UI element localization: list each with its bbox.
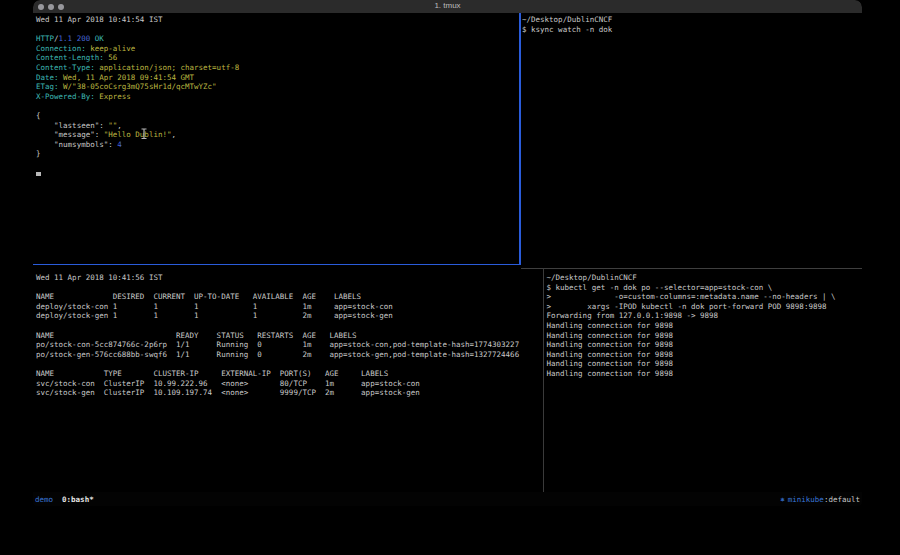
- terminal-line: deploy/stock-gen 1 1 1 1 2m app=stock-ge…: [36, 311, 545, 321]
- terminal-line: po/stock-con-5cc874766c-2p6rp 1/1 Runnin…: [36, 340, 545, 350]
- tmux-layout: Wed 11 Apr 2018 10:41:54 IST HTTP/1.1 20…: [33, 13, 862, 492]
- tmux-status-bar: demo 0:bash* ⎈ minikube :default: [33, 492, 862, 506]
- terminal-line: $ kubectl get -n dok po --selector=app=s…: [547, 283, 863, 293]
- terminal-line: [36, 283, 545, 293]
- window-title: 1. tmux: [33, 1, 862, 10]
- terminal-line: Handling connection for 9898: [547, 321, 863, 331]
- terminal-line: }: [36, 149, 522, 159]
- terminal-line: Handling connection for 9898: [547, 340, 863, 350]
- terminal-line: [36, 169, 522, 179]
- status-left: demo 0:bash*: [35, 495, 94, 504]
- timestamp-line: Wed 11 Apr 2018 10:41:56 IST: [36, 273, 545, 283]
- terminal-line: {: [36, 111, 522, 121]
- terminal-line: Date: Wed, 11 Apr 2018 09:41:54 GMT: [36, 73, 522, 83]
- terminal-line: X-Powered-By: Express: [36, 92, 522, 102]
- terminal-line: NAME READY STATUS RESTARTS AGE LABELS: [36, 331, 545, 341]
- pane-border-vertical-top[interactable]: [519, 13, 521, 264]
- window-titlebar[interactable]: 1. tmux: [33, 0, 862, 13]
- terminal-line: Forwarding from 127.0.0.1:9898 -> 9898: [547, 311, 863, 321]
- terminal-line: svc/stock-con ClusterIP 10.99.222.96 <no…: [36, 379, 545, 389]
- tmux-window-item[interactable]: 0:bash*: [62, 495, 94, 504]
- terminal-line: > -o=custom-columns=:metadata.name --no-…: [547, 292, 863, 302]
- cwd-line: ~/Desktop/DublinCNCF: [522, 15, 861, 25]
- terminal-line: > xargs -IPOD kubectl -n dok port-forwar…: [547, 302, 863, 312]
- pane-http-response[interactable]: Wed 11 Apr 2018 10:41:54 IST HTTP/1.1 20…: [33, 13, 522, 265]
- terminal-line: [36, 25, 522, 35]
- pane-border-horizontal[interactable]: [521, 268, 863, 269]
- terminal-line: [36, 321, 545, 331]
- kubernetes-helm-icon: ⎈: [780, 495, 785, 504]
- terminal-line: "lastseen": "",: [36, 121, 522, 131]
- tmux-session-name: demo: [35, 495, 53, 504]
- terminal-line: Handling connection for 9898: [547, 350, 863, 360]
- terminal-line: NAME DESIRED CURRENT UP-TO-DATE AVAILABL…: [36, 292, 545, 302]
- terminal-window: 1. tmux Wed 11 Apr 2018 10:41:54 IST HTT…: [33, 0, 862, 506]
- terminal-cursor: [36, 172, 41, 176]
- terminal-line: Handling connection for 9898: [547, 359, 863, 369]
- terminal-line: Handling connection for 9898: [547, 331, 863, 341]
- terminal-line: [36, 359, 545, 369]
- command-line: $ ksync watch -n dok: [522, 25, 861, 35]
- terminal-line: "message": "Hello Dublin!",: [36, 130, 522, 140]
- terminal-line: "numsymbols": 4: [36, 140, 522, 150]
- terminal-line: Content-Type: application/json; charset=…: [36, 63, 522, 73]
- terminal-line: NAME TYPE CLUSTER-IP EXTERNAL-IP PORT(S)…: [36, 369, 545, 379]
- timestamp-line: Wed 11 Apr 2018 10:41:54 IST: [36, 15, 522, 25]
- status-right: ⎈ minikube :default: [780, 495, 860, 504]
- terminal-line: Content-Length: 56: [36, 53, 522, 63]
- kube-context: minikube: [788, 495, 824, 504]
- pane-ksync-watch[interactable]: ~/Desktop/DublinCNCF $ ksync watch -n do…: [522, 13, 861, 265]
- terminal-line: Handling connection for 9898: [547, 369, 863, 379]
- mouse-ibeam-cursor: [140, 125, 148, 144]
- terminal-line: [36, 159, 522, 169]
- pane-kubectl-get[interactable]: Wed 11 Apr 2018 10:41:56 IST NAME DESIRE…: [33, 271, 545, 494]
- terminal-line: deploy/stock-con 1 1 1 1 1m app=stock-co…: [36, 302, 545, 312]
- terminal-line: po/stock-gen-576cc688bb-swqf6 1/1 Runnin…: [36, 350, 545, 360]
- pane-port-forward[interactable]: ~/Desktop/DublinCNCF $ kubectl get -n do…: [545, 271, 863, 494]
- terminal-line: svc/stock-gen ClusterIP 10.109.197.74 <n…: [36, 388, 545, 398]
- pane-border-horizontal-active[interactable]: [33, 264, 521, 266]
- terminal-line: [36, 101, 522, 111]
- cwd-line: ~/Desktop/DublinCNCF: [547, 273, 863, 283]
- kube-namespace: :default: [824, 495, 860, 504]
- terminal-line: ETag: W/"38-05coCsrg3mQ75sHr1d/qcMTwYZc": [36, 82, 522, 92]
- terminal-line: Connection: keep-alive: [36, 44, 522, 54]
- terminal-line: HTTP/1.1 200 OK: [36, 34, 522, 44]
